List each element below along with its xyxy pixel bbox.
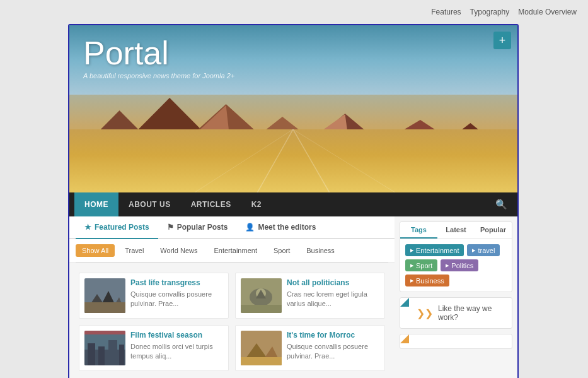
article-excerpt-4: Quisque convallis posuere pulvinar. Prae… bbox=[287, 342, 379, 362]
cta-widget: ❯❯ Like the way we work? bbox=[400, 297, 512, 329]
article-title-2[interactable]: Not all politicians bbox=[287, 278, 379, 287]
widget-tabs: Tags Latest Popular bbox=[400, 222, 512, 239]
widget-tags-list: ▸ Entertainment ▸ travel ▸ Sport ▸ bbox=[400, 239, 512, 292]
tag-business[interactable]: ▸ Business bbox=[405, 275, 449, 286]
svg-rect-33 bbox=[241, 357, 282, 365]
svg-rect-25 bbox=[88, 343, 95, 365]
tag-label-sport: Sport bbox=[416, 262, 432, 269]
tabs-bar: ★ Featured Posts ⚑ Popular Posts 👤 Meet … bbox=[69, 216, 395, 239]
article-info-3: Film festival season Donec mollis orci v… bbox=[130, 331, 223, 362]
article-thumb-1 bbox=[84, 278, 125, 313]
tag-label-travel: travel bbox=[478, 247, 495, 254]
svg-rect-17 bbox=[84, 302, 125, 313]
hero-heading: Portal bbox=[83, 37, 234, 69]
svg-rect-29 bbox=[84, 331, 125, 334]
filter-world-news[interactable]: World News bbox=[154, 244, 204, 257]
filter-sport[interactable]: Sport bbox=[267, 244, 296, 257]
tab-popular-label: Popular Posts bbox=[177, 223, 228, 232]
topnav-module-overview[interactable]: Module Overview bbox=[518, 8, 577, 16]
tag-label-politics: Politics bbox=[451, 262, 473, 269]
svg-line-11 bbox=[195, 129, 293, 192]
cta-corner bbox=[400, 298, 409, 307]
tab-meet-editors[interactable]: 👤 Meet the editors bbox=[236, 216, 325, 239]
hero-ground bbox=[69, 129, 517, 192]
tag-label-business: Business bbox=[416, 277, 444, 285]
user-icon: 👤 bbox=[245, 223, 255, 232]
svg-rect-20 bbox=[241, 305, 282, 313]
tab-featured-posts[interactable]: ★ Featured Posts bbox=[76, 216, 158, 239]
hero-subtitle: A beautiful responsive news theme for Jo… bbox=[83, 72, 234, 80]
tab-editors-label: Meet the editors bbox=[258, 223, 316, 232]
tag-icon-business: ▸ bbox=[410, 276, 414, 285]
corner-widget bbox=[400, 334, 512, 349]
tag-politics[interactable]: ▸ Politics bbox=[441, 259, 478, 271]
widget-tab-latest[interactable]: Latest bbox=[437, 222, 475, 239]
tags-widget: Tags Latest Popular ▸ Entertainment ▸ tr… bbox=[400, 221, 512, 292]
tag-icon: ▸ bbox=[410, 246, 414, 254]
tag-travel[interactable]: ▸ travel bbox=[467, 244, 500, 256]
tag-sport[interactable]: ▸ Sport bbox=[405, 259, 437, 271]
tag-icon-sport: ▸ bbox=[410, 261, 414, 269]
widget-tab-tags[interactable]: Tags bbox=[400, 222, 437, 239]
search-icon[interactable]: 🔍 bbox=[490, 199, 512, 210]
top-nav: Features Typography Module Overview bbox=[431, 8, 577, 16]
content-area: ★ Featured Posts ⚑ Popular Posts 👤 Meet … bbox=[69, 216, 517, 378]
filter-business[interactable]: Business bbox=[300, 244, 341, 257]
tag-label-entertainment: Entertainment bbox=[416, 247, 459, 254]
main-content: ★ Featured Posts ⚑ Popular Posts 👤 Meet … bbox=[69, 216, 395, 378]
nav-about[interactable]: ABOUT US bbox=[118, 192, 181, 216]
article-title-4[interactable]: It's time for Morroc bbox=[287, 331, 379, 340]
article-title-1[interactable]: Past life transgress bbox=[130, 278, 223, 287]
article-card-2: Not all politicians Cras nec lorem eget … bbox=[235, 273, 385, 319]
article-thumb-img-2 bbox=[241, 278, 282, 313]
topnav-features[interactable]: Features bbox=[431, 8, 461, 16]
tag-entertainment[interactable]: ▸ Entertainment bbox=[405, 244, 464, 256]
cta-chevron-icon: ❯❯ bbox=[417, 307, 433, 319]
article-excerpt-3: Donec mollis orci vel turpis tempus aliq… bbox=[130, 342, 223, 362]
article-thumb-img-4 bbox=[241, 331, 282, 365]
article-card-4: It's time for Morroc Quisque convallis p… bbox=[235, 325, 385, 371]
tab-popular-posts[interactable]: ⚑ Popular Posts bbox=[158, 216, 237, 239]
article-excerpt-2: Cras nec lorem eget ligula varius alique… bbox=[287, 290, 379, 309]
star-icon: ★ bbox=[84, 223, 91, 232]
nav-k2[interactable]: K2 bbox=[241, 192, 272, 216]
article-info-4: It's time for Morroc Quisque convallis p… bbox=[287, 331, 379, 362]
filter-bar: Show All Travel World News Entertainment… bbox=[69, 239, 395, 263]
topnav-typography[interactable]: Typography bbox=[470, 8, 510, 16]
filter-entertainment[interactable]: Entertainment bbox=[207, 244, 263, 257]
article-thumb-img-3 bbox=[84, 331, 125, 365]
tag-icon-travel: ▸ bbox=[472, 246, 476, 254]
svg-line-9 bbox=[257, 129, 293, 192]
outer-frame: Features Typography Module Overview bbox=[0, 0, 588, 378]
site-nav: HOME ABOUT US ARTICLES K2 🔍 bbox=[69, 192, 517, 216]
cta-text: Like the way we work? bbox=[438, 304, 504, 322]
cta-content: ❯❯ Like the way we work? bbox=[409, 298, 512, 328]
hero-plus-button[interactable]: + bbox=[493, 32, 511, 49]
article-card: Past life transgress Quisque convallis p… bbox=[79, 273, 229, 319]
nav-articles[interactable]: ARTICLES bbox=[181, 192, 241, 216]
article-info-1: Past life transgress Quisque convallis p… bbox=[130, 278, 223, 309]
nav-home[interactable]: HOME bbox=[74, 192, 118, 216]
hero-section: + Portal A beautiful responsive news the… bbox=[69, 25, 517, 192]
nav-items: HOME ABOUT US ARTICLES K2 bbox=[74, 192, 490, 216]
sidebar: Tags Latest Popular ▸ Entertainment ▸ tr… bbox=[395, 216, 517, 378]
svg-rect-28 bbox=[119, 345, 124, 365]
article-thumb-4 bbox=[241, 331, 282, 365]
article-card-3: Film festival season Donec mollis orci v… bbox=[79, 325, 229, 371]
article-title-3[interactable]: Film festival season bbox=[130, 331, 223, 340]
article-thumb-2 bbox=[241, 278, 282, 313]
tag-icon-politics: ▸ bbox=[446, 261, 449, 269]
article-thumb-3 bbox=[84, 331, 125, 365]
filter-travel[interactable]: Travel bbox=[118, 244, 150, 257]
article-excerpt-1: Quisque convallis posuere pulvinar. Prae… bbox=[130, 290, 223, 309]
widget-tab-popular[interactable]: Popular bbox=[475, 222, 512, 239]
svg-rect-27 bbox=[108, 340, 117, 365]
tab-featured-label: Featured Posts bbox=[95, 223, 149, 232]
filter-show-all[interactable]: Show All bbox=[76, 244, 115, 257]
article-info-2: Not all politicians Cras nec lorem eget … bbox=[287, 278, 379, 309]
svg-line-10 bbox=[293, 129, 330, 192]
svg-line-12 bbox=[293, 129, 395, 192]
main-card: + Portal A beautiful responsive news the… bbox=[68, 24, 519, 378]
hero-road-svg bbox=[69, 129, 517, 192]
svg-rect-26 bbox=[98, 346, 105, 365]
